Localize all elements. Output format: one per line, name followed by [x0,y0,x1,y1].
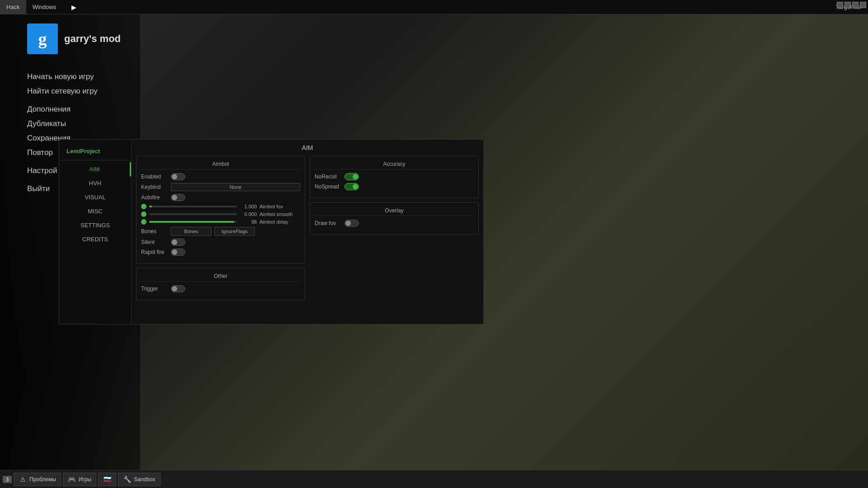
nav-aim[interactable]: AIM [59,162,131,176]
accuracy-section-title: Accuracy [315,161,474,169]
keybind-row: Keybind None [141,183,300,191]
taskbar-problems-label: Проблемы [29,476,56,483]
taskbar-sandbox-label: Sandbox [134,476,155,483]
maximize-button[interactable] [844,2,851,8]
hack-nav-title: LemiProject [59,144,131,158]
silent-knob [172,239,177,245]
hack-panel: LemiProject AIM HVH VISUAL MISC SETTINGS… [59,139,484,324]
trigger-knob [172,286,177,291]
taskbar-sandbox[interactable]: 🔧 Sandbox [118,473,160,486]
taskbar-problems[interactable]: ⚠ Проблемы [14,473,61,486]
minimize-button[interactable] [837,2,843,8]
hack-nav: LemiProject AIM HVH VISUAL MISC SETTINGS… [59,140,132,324]
enabled-toggle[interactable] [171,173,185,180]
nav-misc[interactable]: MISC [59,204,131,218]
no-recoil-knob [353,174,358,179]
delay-slider-row: 98 Aimbot delay [141,219,300,225]
close-button[interactable] [852,2,859,8]
menu-hack[interactable]: Hack [0,0,26,14]
gmod-logo-icon: g [27,23,58,54]
autofire-knob [172,195,177,200]
smooth-label: Aimbot smooth [259,211,300,217]
smooth-dot [141,211,146,217]
gmod-logo-text: garry's mod [64,33,121,45]
autofire-label: Autofire [141,194,168,201]
rapid-fire-row: Rapid fire [141,249,300,256]
fov-fill [149,206,152,207]
fov-val: 1.000 [240,204,257,209]
top-menu-bar: Hack Windows ▶ Target list [0,0,868,14]
smooth-slider-row: 0.000 Aimbot smooth [141,211,300,217]
bones-label: Bones [141,228,168,235]
delay-dot [141,219,146,225]
play-icon[interactable]: ▶ [71,4,76,11]
silent-toggle[interactable] [171,239,185,246]
right-column: Accuracy NoRecoil NoSpread [310,156,479,318]
bones-dropdown[interactable]: Bones [171,227,212,236]
rapid-fire-knob [172,249,177,255]
flag-icon: 🇷🇺 [103,475,111,483]
nav-settings[interactable]: SETTINGS [59,218,131,232]
autofire-row: Autofire [141,194,300,201]
taskbar: 3 ⚠ Проблемы 🎮 Игры 🇷🇺 🔧 Sandbox [0,470,868,488]
toggle-knob [172,174,177,179]
menu-start-new-game[interactable]: Начать новую игру [27,72,140,81]
menu-addons[interactable]: Дополнения [27,105,140,114]
silent-row: Silent [141,239,300,246]
content-title: AIM [136,144,479,151]
delay-fill [149,221,234,223]
fov-track[interactable] [149,206,237,207]
overlay-section-title: Overlay [315,207,474,216]
delay-val: 98 [240,219,257,225]
window-controls [837,2,866,8]
extra-button[interactable] [860,2,866,8]
delay-track[interactable] [149,221,237,223]
nav-hvh[interactable]: HVH [59,176,131,190]
nav-credits[interactable]: CREDITS [59,232,131,246]
overlay-section: Overlay Draw fov [310,202,479,235]
rapid-fire-toggle[interactable] [171,249,185,256]
nav-visual[interactable]: VISUAL [59,190,131,204]
left-column: Aimbot Enabled Keybind None [136,156,305,318]
bones-flags-row: Bones Bones IgnoreFlags [141,227,300,236]
taskbar-language[interactable]: 🇷🇺 [98,473,116,486]
trigger-label: Trigger [141,286,168,292]
flags-dropdown[interactable]: IgnoreFlags [214,227,255,236]
menu-duplicates[interactable]: Дубликаты [27,119,140,128]
fov-label: Aimbot fov [259,204,300,209]
taskbar-games-label: Игры [79,476,91,483]
aimbot-section-title: Aimbot [141,161,300,169]
keybind-input[interactable]: None [171,183,300,191]
keybind-label: Keybind [141,184,168,190]
draw-fov-label: Draw fov [315,220,342,226]
no-recoil-toggle[interactable] [344,173,359,180]
menu-windows[interactable]: Windows [26,0,63,14]
hack-content: AIM Aimbot Enabled Keybind [132,140,483,324]
gmod-logo: g garry's mod [27,23,140,54]
enabled-label: Enabled [141,174,168,180]
smooth-track[interactable] [149,213,237,215]
autofire-toggle[interactable] [171,194,185,201]
warning-icon: ⚠ [19,475,27,483]
trigger-row: Trigger [141,285,300,292]
draw-fov-row: Draw fov [315,220,474,227]
draw-fov-toggle[interactable] [344,220,359,227]
trigger-toggle[interactable] [171,285,185,292]
wrench-icon: 🔧 [123,475,131,483]
menu-find-online-game[interactable]: Найти сетевую игру [27,87,140,96]
silent-label: Silent [141,239,168,245]
notification-badge: 3 [3,476,12,483]
draw-fov-knob [345,221,351,226]
no-spread-toggle[interactable] [344,183,359,190]
enabled-row: Enabled [141,173,300,180]
nav-divider [59,160,131,160]
no-recoil-row: NoRecoil [315,173,474,180]
fov-slider-row: 1.000 Aimbot fov [141,204,300,209]
hack-columns: Aimbot Enabled Keybind None [136,156,479,318]
menu-bar: Hack Windows [0,0,62,14]
no-spread-row: NoSpread [315,183,474,190]
aimbot-section: Aimbot Enabled Keybind None [136,156,305,263]
taskbar-games[interactable]: 🎮 Игры [63,473,96,486]
no-spread-knob [353,184,358,189]
other-section: Other Trigger [136,268,305,300]
